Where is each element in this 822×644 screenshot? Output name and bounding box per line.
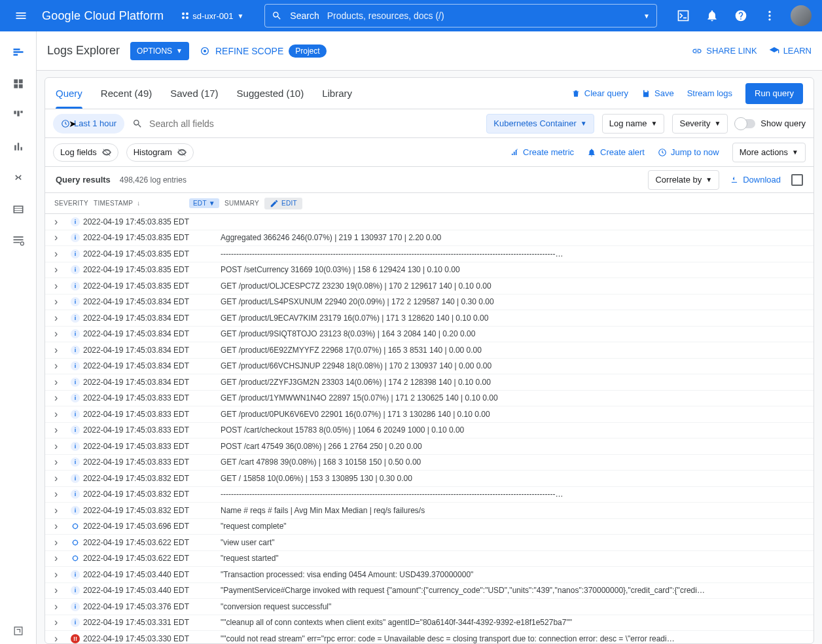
log-row[interactable]: ›i2022-04-19 17:45:03.834 EDTGET /produc… <box>45 359 813 375</box>
log-row[interactable]: ›i2022-04-19 17:45:03.440 EDT"PaymentSer… <box>45 583 813 599</box>
nav-menu-button[interactable] <box>5 0 37 31</box>
more-actions-button[interactable]: More actions▼ <box>732 143 806 162</box>
expand-icon[interactable]: › <box>54 360 67 372</box>
expand-icon[interactable]: › <box>54 296 67 308</box>
expand-icon[interactable]: › <box>54 617 67 628</box>
options-button[interactable]: OPTIONS▼ <box>130 42 189 60</box>
nav-logs-icon[interactable] <box>5 39 31 65</box>
log-row[interactable]: ›i2022-04-19 17:45:03.834 EDTGET /produc… <box>45 327 813 343</box>
log-row[interactable]: ›i2022-04-19 17:45:03.834 EDTGET /produc… <box>45 310 813 327</box>
expand-icon[interactable]: › <box>54 216 67 228</box>
nav-item-2[interactable] <box>5 71 31 97</box>
fields-search-input[interactable] <box>149 118 478 129</box>
expand-icon[interactable]: › <box>54 424 67 436</box>
time-range-chip[interactable]: ➤ Last 1 hour <box>53 114 124 134</box>
search-input[interactable] <box>327 10 635 21</box>
share-link-button[interactable]: SHARE LINK <box>692 46 757 56</box>
log-row[interactable]: ›i2022-04-19 17:45:03.832 EDT-----------… <box>45 487 813 503</box>
tab-library[interactable]: Library <box>322 78 352 109</box>
expand-icon[interactable]: › <box>54 520 67 532</box>
project-picker[interactable]: sd-uxr-001 ▼ <box>174 5 251 26</box>
log-row[interactable]: ›i2022-04-19 17:45:03.440 EDT"Transactio… <box>45 567 813 583</box>
tab-saved[interactable]: Saved (17) <box>170 78 218 109</box>
log-row[interactable]: ›i2022-04-19 17:45:03.835 EDTAggregated … <box>45 230 813 247</box>
save-button[interactable]: Save <box>641 88 674 98</box>
expand-icon[interactable]: › <box>54 537 67 548</box>
expand-icon[interactable]: › <box>54 312 67 324</box>
log-row[interactable]: ›i2022-04-19 17:45:03.834 EDTGET /produc… <box>45 295 813 311</box>
create-alert-button[interactable]: Create alert <box>587 147 645 157</box>
expand-icon[interactable]: › <box>54 552 67 564</box>
log-row[interactable]: ›i2022-04-19 17:45:03.833 EDTGET /cart 4… <box>45 455 813 471</box>
user-avatar[interactable] <box>791 5 812 26</box>
expand-icon[interactable]: › <box>54 456 67 468</box>
show-query-toggle[interactable]: Show query <box>736 118 806 128</box>
nav-router-icon[interactable] <box>5 165 31 191</box>
gcp-logo[interactable]: Google Cloud Platform <box>39 9 171 23</box>
log-row[interactable]: ›i2022-04-19 17:45:03.832 EDTName # reqs… <box>45 503 813 519</box>
download-button[interactable]: Download <box>730 175 781 185</box>
log-row[interactable]: ›i2022-04-19 17:45:03.834 EDTGET /produc… <box>45 342 813 359</box>
expand-icon[interactable]: › <box>54 440 67 452</box>
histogram-toggle[interactable]: Histogram <box>126 143 194 162</box>
expand-icon[interactable]: › <box>54 344 67 356</box>
correlate-button[interactable]: Correlate by▼ <box>648 170 719 190</box>
expand-icon[interactable]: › <box>54 584 67 596</box>
log-row[interactable]: ›i2022-04-19 17:45:03.832 EDTGET / 15858… <box>45 471 813 487</box>
log-row[interactable]: ›i2022-04-19 17:45:03.834 EDTGET /produc… <box>45 374 813 391</box>
log-row[interactable]: ›!!2022-04-19 17:45:03.330 EDT""could no… <box>45 631 813 643</box>
more-icon[interactable] <box>757 3 783 29</box>
expand-icon[interactable]: › <box>54 569 67 581</box>
log-row[interactable]: ›i2022-04-19 17:45:03.833 EDTGET /produc… <box>45 406 813 423</box>
log-row[interactable]: ›i2022-04-19 17:45:03.835 EDT <box>45 214 813 230</box>
notifications-icon[interactable] <box>699 3 725 29</box>
log-row[interactable]: ›2022-04-19 17:45:03.696 EDT"request com… <box>45 519 813 535</box>
log-row[interactable]: ›2022-04-19 17:45:03.622 EDT"view user c… <box>45 535 813 551</box>
logname-filter[interactable]: Log name▼ <box>602 114 665 134</box>
stream-logs-button[interactable]: Stream logs <box>687 88 732 98</box>
tab-recent[interactable]: Recent (49) <box>101 78 152 109</box>
jump-to-now-button[interactable]: Jump to now <box>658 147 719 157</box>
log-row[interactable]: ›i2022-04-19 17:45:03.331 EDT""cleanup a… <box>45 615 813 632</box>
cloud-shell-icon[interactable] <box>670 3 696 29</box>
fullscreen-button[interactable] <box>791 174 803 186</box>
expand-icon[interactable]: › <box>54 264 67 276</box>
resource-filter[interactable]: Kubernetes Container▼ <box>486 114 594 134</box>
nav-dashboards-icon[interactable] <box>5 102 31 128</box>
create-metric-button[interactable]: Create metric <box>510 147 574 157</box>
severity-filter[interactable]: Severity▼ <box>672 114 728 134</box>
expand-icon[interactable]: › <box>54 376 67 388</box>
refine-scope-button[interactable]: REFINE SCOPE Project <box>200 45 327 58</box>
expand-icon[interactable]: › <box>54 392 67 404</box>
expand-icon[interactable]: › <box>54 505 67 516</box>
col-severity[interactable]: SEVERITY <box>54 200 94 207</box>
run-query-button[interactable]: Run query <box>745 83 803 104</box>
log-row[interactable]: ›i2022-04-19 17:45:03.835 EDTPOST /setCu… <box>45 262 813 279</box>
log-row[interactable]: ›i2022-04-19 17:45:03.376 EDT"conversion… <box>45 599 813 615</box>
expand-icon[interactable]: › <box>54 408 67 420</box>
log-row[interactable]: ›2022-04-19 17:45:03.622 EDT"request sta… <box>45 551 813 567</box>
expand-icon[interactable]: › <box>54 601 67 613</box>
log-row[interactable]: ›i2022-04-19 17:45:03.833 EDTPOST /cart … <box>45 438 813 455</box>
clear-query-button[interactable]: Clear query <box>571 88 628 98</box>
nav-analytics-icon[interactable] <box>5 228 31 254</box>
col-timestamp[interactable]: TIMESTAMP ↓ EDT▼ <box>94 198 224 208</box>
expand-icon[interactable]: › <box>54 280 67 292</box>
log-fields-toggle[interactable]: Log fields <box>53 143 118 162</box>
search-dropdown-icon[interactable]: ▼ <box>643 12 650 20</box>
log-row[interactable]: ›i2022-04-19 17:45:03.835 EDT-----------… <box>45 246 813 262</box>
nav-storage-icon[interactable] <box>5 196 31 223</box>
expand-icon[interactable]: › <box>54 328 67 340</box>
expand-icon[interactable]: › <box>54 248 67 260</box>
edit-summary-button[interactable]: EDIT <box>264 198 302 209</box>
global-search[interactable]: Search ▼ <box>264 4 657 27</box>
tab-suggested[interactable]: Suggested (10) <box>237 78 304 109</box>
log-row[interactable]: ›i2022-04-19 17:45:03.833 EDTPOST /cart/… <box>45 423 813 439</box>
help-icon[interactable] <box>728 3 754 29</box>
log-results[interactable]: ›i2022-04-19 17:45:03.835 EDT›i2022-04-1… <box>45 214 813 643</box>
search-fields[interactable] <box>132 118 478 129</box>
expand-icon[interactable]: › <box>54 232 67 243</box>
log-row[interactable]: ›i2022-04-19 17:45:03.835 EDTGET /produc… <box>45 278 813 295</box>
expand-icon[interactable]: › <box>54 488 67 500</box>
nav-pin-icon[interactable] <box>5 618 31 644</box>
